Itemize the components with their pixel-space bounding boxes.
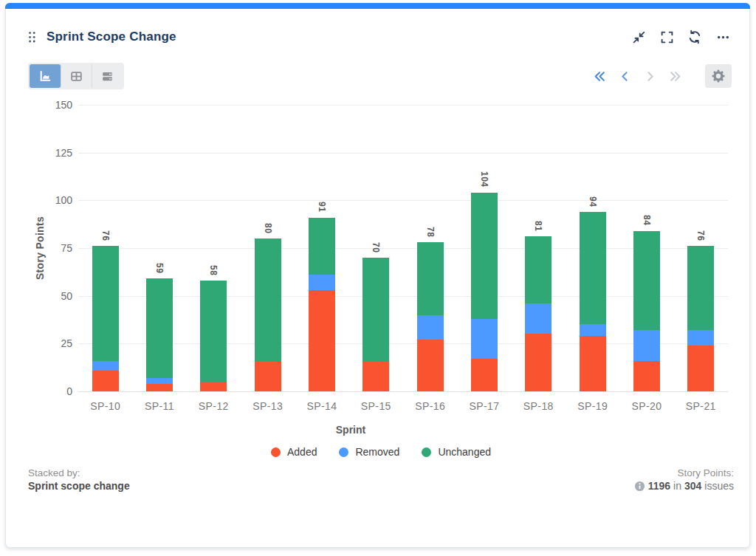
bar-SP-10-unchanged[interactable] [92, 246, 119, 360]
bar-SP-16-added[interactable] [417, 340, 444, 391]
bar-SP-11-unchanged[interactable] [146, 278, 173, 378]
rows-icon [100, 69, 114, 83]
gridline-50 [78, 296, 728, 297]
bar-total-label-SP-14: 91 [317, 202, 327, 212]
y-tick-label-100: 100 [6, 194, 72, 206]
bar-SP-11-added[interactable] [146, 384, 173, 391]
bar-SP-17-added[interactable] [471, 359, 498, 391]
view-chart-button[interactable] [30, 64, 61, 88]
bar-SP-10-removed[interactable] [92, 361, 119, 371]
bar-SP-20-removed[interactable] [633, 330, 660, 360]
bar-total-label-SP-15: 70 [371, 242, 381, 253]
bar-SP-18-unchanged[interactable] [525, 236, 551, 303]
bar-SP-18-removed[interactable] [525, 303, 551, 334]
y-tick-label-150: 150 [6, 99, 72, 111]
bar-SP-17-removed[interactable] [471, 319, 498, 359]
bar-SP-19-unchanged[interactable] [580, 212, 606, 325]
bar-total-label-SP-16: 78 [425, 227, 436, 237]
bar-SP-17-unchanged[interactable] [471, 193, 498, 319]
bar-SP-18-added[interactable] [525, 334, 551, 391]
y-tick-label-0: 0 [6, 385, 72, 397]
bar-SP-12-unchanged[interactable] [200, 281, 227, 382]
legend-item-added[interactable]: Added [271, 446, 317, 458]
gridline-0 [78, 391, 728, 392]
last-page-button[interactable] [666, 67, 684, 85]
legend-item-unchanged[interactable]: Unchanged [422, 446, 491, 458]
gear-icon [712, 69, 725, 83]
chart-legend: AddedRemovedUnchanged [271, 446, 491, 458]
widget-title: Sprint Scope Change [47, 30, 176, 44]
bar-total-label-SP-19: 94 [588, 196, 598, 207]
view-switcher [28, 63, 124, 89]
widget-toolbar [28, 63, 732, 89]
prev-page-button[interactable] [616, 67, 633, 85]
next-page-button[interactable] [641, 67, 659, 85]
bar-SP-21-unchanged[interactable] [687, 246, 714, 330]
refresh-icon [687, 30, 702, 44]
bar-total-label-SP-21: 76 [695, 230, 706, 241]
info-icon[interactable] [634, 481, 645, 492]
x-tick-label-SP-12: SP-12 [199, 400, 229, 412]
x-tick-label-SP-19: SP-19 [577, 400, 608, 412]
gridline-100 [78, 200, 728, 201]
bar-SP-16-unchanged[interactable] [417, 242, 444, 315]
gridline-75 [78, 248, 728, 249]
refresh-button[interactable] [686, 28, 704, 46]
view-rows-button[interactable] [92, 64, 123, 88]
table-icon [69, 69, 83, 83]
x-tick-label-SP-13: SP-13 [252, 400, 283, 412]
bar-total-label-SP-11: 59 [154, 263, 165, 273]
bar-total-label-SP-13: 80 [263, 223, 273, 233]
x-tick-label-SP-10: SP-10 [90, 400, 120, 412]
fullscreen-button[interactable] [658, 28, 676, 46]
stacked-by-info: Stacked by: Sprint scope change [28, 467, 130, 492]
gridline-25 [78, 343, 728, 344]
prev-page-icon [619, 70, 631, 83]
legend-label-removed: Removed [355, 446, 399, 458]
collapse-button[interactable] [630, 28, 647, 46]
bar-SP-20-unchanged[interactable] [633, 231, 660, 331]
legend-item-removed[interactable]: Removed [339, 446, 399, 458]
bar-SP-12-added[interactable] [200, 382, 227, 391]
stat-infix: in [673, 479, 681, 492]
legend-label-unchanged: Unchanged [438, 446, 491, 458]
bar-total-label-SP-20: 84 [642, 215, 652, 225]
bar-SP-15-unchanged[interactable] [362, 258, 389, 361]
bar-SP-19-added[interactable] [580, 336, 606, 391]
bar-SP-16-removed[interactable] [417, 315, 444, 340]
plot-area: 7659588091707810481948476 [78, 105, 728, 391]
bar-SP-13-added[interactable] [255, 361, 281, 391]
bar-SP-11-removed[interactable] [146, 378, 173, 384]
bar-SP-13-unchanged[interactable] [255, 238, 281, 361]
area-chart-icon [38, 69, 52, 83]
story-points-total: 1196 [648, 479, 670, 492]
stacked-by-value: Sprint scope change [28, 479, 130, 492]
first-page-button[interactable] [591, 67, 608, 85]
sprint-pagination [591, 64, 732, 88]
bar-SP-14-unchanged[interactable] [309, 218, 335, 275]
fullscreen-icon [660, 30, 674, 44]
view-table-button[interactable] [61, 64, 92, 88]
x-axis-ticks: SP-10SP-11SP-12SP-13SP-14SP-15SP-16SP-17… [78, 400, 728, 415]
bar-SP-15-added[interactable] [362, 361, 389, 391]
bar-SP-21-removed[interactable] [687, 330, 714, 346]
bar-SP-19-removed[interactable] [580, 324, 606, 336]
bar-SP-20-added[interactable] [633, 361, 660, 391]
drag-handle-icon[interactable] [28, 30, 37, 44]
more-options-button[interactable] [714, 28, 732, 46]
first-page-icon [594, 70, 606, 83]
widget-header: Sprint Scope Change [28, 24, 732, 49]
y-axis-ticks: 0255075100125150 [6, 105, 72, 391]
bar-SP-14-added[interactable] [309, 290, 335, 391]
bar-total-label-SP-10: 76 [100, 230, 111, 241]
x-tick-label-SP-21: SP-21 [686, 400, 716, 412]
story-points-label: Story Points: [634, 467, 734, 479]
bar-total-label-SP-18: 81 [533, 221, 543, 231]
legend-dot-unchanged [422, 447, 431, 457]
bar-SP-21-added[interactable] [687, 346, 714, 391]
bar-SP-14-removed[interactable] [309, 275, 335, 290]
y-tick-label-50: 50 [6, 290, 72, 302]
y-tick-label-75: 75 [6, 242, 72, 254]
bar-SP-10-added[interactable] [92, 371, 119, 391]
settings-button[interactable] [705, 64, 732, 88]
